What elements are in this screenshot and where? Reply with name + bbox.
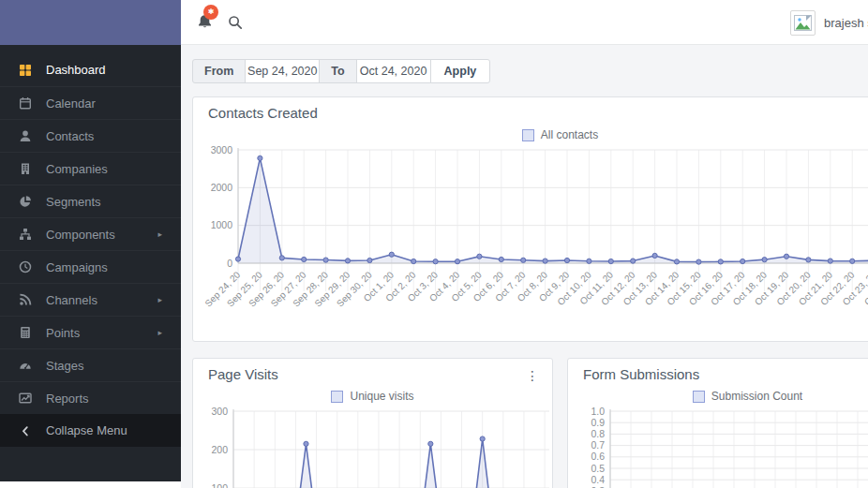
svg-text:3000: 3000 [211,146,233,155]
svg-text:200: 200 [211,444,228,455]
chevron-left-icon [18,423,32,437]
chart-line-icon [18,392,32,406]
sidebar-item-label: Dashboard [46,63,106,77]
svg-text:0.6: 0.6 [591,451,605,462]
chart-legend[interactable]: Unique visits [193,388,552,405]
svg-text:300: 300 [211,407,228,417]
from-date-input[interactable] [245,59,320,83]
svg-text:1000: 1000 [211,219,233,230]
sidebar-item-segments[interactable]: Segments [0,185,181,217]
contacts-created-panel: Contacts Created All contacts 0100020003… [192,96,868,342]
legend-swatch [522,129,534,141]
caret-right-icon: ▸ [157,229,162,239]
collapse-menu-button[interactable]: Collapse Menu [0,414,181,447]
page-visits-panel: Page Visits ⋮ Unique visits 0100200300Se… [192,358,553,488]
chart-legend[interactable]: Submission Count [568,388,868,405]
svg-text:0.4: 0.4 [591,474,605,485]
date-filter: From To Apply [192,59,490,83]
calculator-icon [18,326,32,340]
sidebar-item-label: Contacts [46,129,94,143]
sidebar-item-label: Stages [46,359,83,373]
notifications-button[interactable]: ✱ [196,12,214,34]
legend-swatch [331,391,343,403]
sidebar-item-contacts[interactable]: Contacts [0,119,181,152]
sidebar: DashboardCalendarContactsCompaniesSegmen… [0,0,181,481]
from-label: From [192,59,246,83]
sidebar-item-label: Companies [46,162,108,176]
user-menu[interactable]: brajesh si [790,0,868,45]
sidebar-item-calendar[interactable]: Calendar [0,86,181,119]
sidebar-item-components[interactable]: Components▸ [0,217,181,250]
page-visits-chart: 0100200300Sep 24, 20Sep 25, 20Sep 26, 20… [193,407,552,488]
svg-text:0.9: 0.9 [591,417,605,428]
bell-icon [196,20,214,34]
legend-label: Submission Count [711,390,802,403]
svg-text:1.0: 1.0 [591,407,605,417]
legend-swatch [693,391,705,403]
to-date-input[interactable] [356,59,431,83]
top-header: ✱ brajesh si [181,0,868,45]
user-icon [18,129,32,143]
rss-icon [18,293,32,307]
panel-title: Contacts Created [193,97,868,121]
caret-right-icon: ▸ [157,295,162,304]
sidebar-item-points[interactable]: Points▸ [0,316,181,348]
apply-button[interactable]: Apply [430,59,491,83]
svg-text:0.8: 0.8 [591,428,605,439]
sidebar-item-label: Reports [46,392,89,406]
svg-text:0.5: 0.5 [591,463,605,474]
avatar [790,10,816,36]
sidebar-item-stages[interactable]: Stages [0,348,181,381]
svg-text:0.7: 0.7 [591,439,605,451]
svg-text:0: 0 [227,258,232,269]
username: brajesh si [824,16,868,30]
notification-badge: ✱ [203,5,218,20]
sidebar-item-reports[interactable]: Reports [0,381,181,414]
panel-title: Form Submissions [568,359,868,382]
collapse-menu-label: Collapse Menu [46,423,127,437]
sidebar-item-companies[interactable]: Companies [0,152,181,185]
form-submissions-chart: 0.00.10.20.30.40.50.60.70.80.91.0 [568,407,868,488]
sidebar-item-channels[interactable]: Channels▸ [0,283,181,316]
grid-icon [18,63,32,77]
gauge-icon [18,359,32,373]
building-icon [18,162,32,176]
sidebar-item-dashboard[interactable]: Dashboard [0,53,181,86]
components-icon [18,228,32,242]
chart-legend[interactable]: All contacts [193,126,868,143]
pie-chart-icon [18,195,32,209]
sidebar-item-label: Calendar [46,96,96,111]
contacts-created-chart: 0100020003000Sep 24, 20Sep 25, 20Sep 26,… [193,146,868,320]
sidebar-item-campaigns[interactable]: Campaigns [0,250,181,283]
form-submissions-panel: Form Submissions Submission Count 0.00.1… [567,358,868,488]
sidebar-item-label: Segments [46,195,101,209]
svg-text:100: 100 [211,482,228,488]
logo-block[interactable] [0,0,181,45]
search-button[interactable] [228,15,243,33]
caret-right-icon: ▸ [157,328,162,337]
legend-label: All contacts [541,128,598,141]
legend-label: Unique visits [350,390,413,403]
panel-title: Page Visits [193,359,552,382]
svg-text:2000: 2000 [211,182,233,193]
sidebar-item-label: Components [46,228,115,242]
sidebar-item-label: Channels [46,293,97,307]
sidebar-item-label: Points [46,326,80,340]
kebab-menu-icon[interactable]: ⋮ [520,366,545,385]
sidebar-item-label: Campaigns [46,260,108,274]
sidebar-menu: DashboardCalendarContactsCompaniesSegmen… [0,53,181,414]
to-label: To [319,59,356,83]
content: From To Apply Contacts Created All conta… [181,45,868,488]
calendar-icon [18,96,32,111]
clock-icon [18,260,32,274]
search-icon [228,19,243,33]
